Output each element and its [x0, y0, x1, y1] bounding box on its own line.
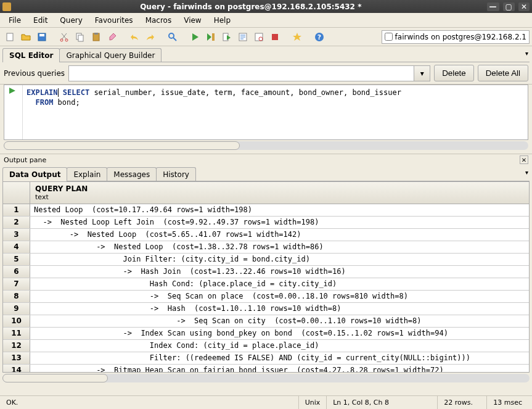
table-row[interactable]: 12 Index Cond: (city_id = place.place_id…: [3, 340, 529, 352]
menu-view[interactable]: View: [179, 14, 206, 27]
close-pane-icon[interactable]: ✕: [520, 155, 528, 164]
svg-text:?: ?: [317, 33, 321, 41]
table-row[interactable]: 1Nested Loop (cost=10.17..49.64 rows=1 w…: [3, 204, 529, 217]
cell-query-plan: -> Seq Scan on place (cost=0.00..18.10 r…: [30, 291, 529, 302]
cell-query-plan: -> Index Scan using bond_pkey on bond (c…: [30, 328, 529, 339]
explain-analyze-icon[interactable]: [252, 30, 266, 44]
tab-messages[interactable]: Messages: [107, 167, 157, 181]
delete-all-button[interactable]: Delete All: [478, 65, 528, 81]
table-row[interactable]: 14 -> Bitmap Heap Scan on fairian bond_i…: [3, 365, 529, 372]
previous-queries-input[interactable]: [69, 66, 414, 81]
execute-icon[interactable]: [187, 30, 202, 44]
cell-query-plan: -> Seq Scan on city (cost=0.00..1.10 row…: [30, 315, 529, 327]
table-row[interactable]: 9 -> Hash (cost=1.10..1.10 rows=10 width…: [3, 303, 529, 315]
redo-icon[interactable]: [143, 30, 158, 44]
editor-tab-bar: SQL Editor Graphical Query Builder ▾: [0, 46, 532, 62]
scrollbar-thumb[interactable]: [2, 374, 108, 382]
column-header-query-plan[interactable]: QUERY PLAN text: [30, 182, 529, 204]
table-row[interactable]: 5 Join Filter: (city.city_id = bond.city…: [3, 254, 529, 266]
table-row[interactable]: 13 Filter: ((redeemed IS FALSE) AND (cit…: [3, 352, 529, 365]
table-row[interactable]: 8 -> Seq Scan on place (cost=0.00..18.10…: [3, 291, 529, 303]
menu-macros[interactable]: Macros: [141, 14, 177, 27]
cell-query-plan: -> Hash Join (cost=1.23..22.46 rows=10 w…: [30, 266, 529, 278]
paste-icon[interactable]: [89, 30, 104, 44]
cell-query-plan: -> Nested Loop (cost=5.65..41.07 rows=1 …: [30, 229, 529, 241]
undo-icon[interactable]: [127, 30, 142, 44]
new-icon[interactable]: [2, 30, 17, 44]
cell-query-plan: Filter: ((redeemed IS FALSE) AND (city_i…: [30, 352, 529, 364]
menu-edit[interactable]: Edit: [28, 14, 52, 27]
favourite-icon[interactable]: [290, 30, 305, 44]
output-pane-label: Output pane: [4, 156, 46, 164]
scrollbar-thumb[interactable]: [4, 141, 240, 150]
previous-queries-combo[interactable]: ▾: [68, 65, 430, 81]
tab-history[interactable]: History: [156, 167, 196, 181]
cell-query-plan: -> Nested Loop Left Join (cost=9.92..49.…: [30, 217, 529, 228]
menu-file[interactable]: File: [4, 14, 26, 27]
table-row[interactable]: 11 -> Index Scan using bond_pkey on bond…: [3, 328, 529, 340]
clear-icon[interactable]: [105, 30, 120, 44]
tab-overflow-icon[interactable]: ▾: [525, 50, 528, 57]
svg-rect-8: [94, 33, 98, 35]
row-number: 11: [3, 328, 30, 339]
table-row[interactable]: 4 -> Nested Loop (cost=1.38..32.78 rows=…: [3, 241, 529, 254]
output-horizontal-scrollbar[interactable]: [2, 374, 530, 382]
explain-icon[interactable]: [235, 30, 250, 44]
tab-sql-editor[interactable]: SQL Editor: [2, 48, 60, 62]
chevron-down-icon[interactable]: ▾: [414, 66, 430, 81]
cut-icon[interactable]: [57, 30, 72, 44]
cell-query-plan: -> Nested Loop (cost=1.38..32.78 rows=1 …: [30, 241, 529, 253]
output-grid: QUERY PLAN text 1Nested Loop (cost=10.17…: [2, 181, 530, 373]
cell-query-plan: Hash Cond: (place.place_id = city.city_i…: [30, 278, 529, 290]
find-icon[interactable]: [165, 30, 180, 44]
connection-label: fairwinds on postgres@192.168.2.1: [395, 33, 526, 41]
menu-query[interactable]: Query: [55, 14, 87, 27]
cell-query-plan: Nested Loop (cost=10.17..49.64 rows=1 wi…: [30, 204, 529, 216]
execute-pgscript-icon[interactable]: [203, 30, 218, 44]
connection-selector[interactable]: fairwinds on postgres@192.168.2.1: [382, 30, 530, 44]
menu-favourites[interactable]: Favourites: [90, 14, 138, 27]
row-number: 6: [3, 266, 30, 278]
table-row[interactable]: 3 -> Nested Loop (cost=5.65..41.07 rows=…: [3, 229, 529, 241]
window-title: Query - fairwinds on postgres@192.168.2.…: [15, 2, 487, 11]
sql-text[interactable]: EXPLAIN SELECT serial_number, issue_date…: [23, 85, 528, 139]
row-number-header: [3, 182, 30, 204]
svg-rect-10: [212, 33, 215, 41]
cancel-icon[interactable]: [268, 30, 282, 44]
svg-rect-15: [272, 34, 278, 40]
current-line-marker-icon: [9, 88, 15, 94]
open-icon[interactable]: [18, 30, 33, 44]
table-row[interactable]: 6 -> Hash Join (cost=1.23..22.46 rows=10…: [3, 266, 529, 278]
minimize-button[interactable]: —: [487, 2, 499, 11]
execute-file-icon[interactable]: [219, 30, 234, 44]
editor-horizontal-scrollbar[interactable]: [4, 141, 528, 150]
connection-checkbox[interactable]: [385, 33, 393, 41]
maximize-button[interactable]: ▢: [503, 2, 515, 11]
statusbar: OK. Unix Ln 1, Col 8, Ch 8 22 rows. 13 m…: [0, 395, 532, 409]
sql-gutter: [4, 85, 23, 139]
help-icon[interactable]: ?: [312, 30, 327, 44]
previous-queries-row: Previous queries ▾ Delete Delete All: [0, 62, 532, 85]
row-number: 2: [3, 217, 30, 228]
cell-query-plan: Join Filter: (city.city_id = bond.city_i…: [30, 254, 529, 265]
close-button[interactable]: ✕: [518, 2, 530, 11]
tab-data-output[interactable]: Data Output: [2, 167, 67, 181]
table-row[interactable]: 10 -> Seq Scan on city (cost=0.00..1.10 …: [3, 315, 529, 328]
output-tab-overflow-icon[interactable]: ▾: [525, 169, 528, 176]
row-number: 3: [3, 229, 30, 241]
cell-query-plan: Index Cond: (city_id = place.place_id): [30, 340, 529, 352]
copy-icon[interactable]: [73, 30, 88, 44]
menu-help[interactable]: Help: [209, 14, 235, 27]
row-number: 7: [3, 278, 30, 290]
sql-editor[interactable]: EXPLAIN SELECT serial_number, issue_date…: [4, 85, 528, 140]
save-icon[interactable]: [35, 30, 49, 44]
menubar: File Edit Query Favourites Macros View H…: [0, 13, 532, 28]
table-row[interactable]: 7 Hash Cond: (place.place_id = city.city…: [3, 278, 529, 291]
delete-button[interactable]: Delete: [434, 65, 474, 81]
table-row[interactable]: 2 -> Nested Loop Left Join (cost=9.92..4…: [3, 217, 529, 229]
tab-explain[interactable]: Explain: [67, 167, 107, 181]
table-header-row: QUERY PLAN text: [3, 182, 529, 204]
status-time: 13 msec: [486, 396, 528, 409]
tab-graphical-builder[interactable]: Graphical Query Builder: [59, 48, 162, 62]
row-number: 1: [3, 204, 30, 216]
